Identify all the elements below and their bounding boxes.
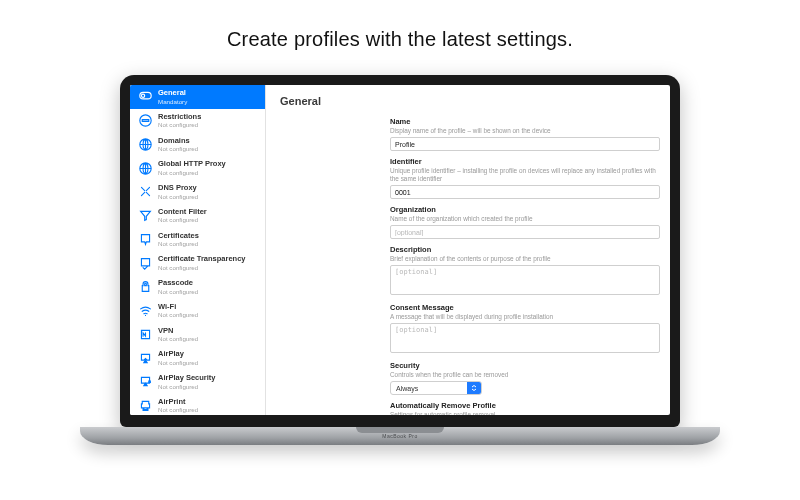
sidebar-item-sub: Not configured xyxy=(158,406,198,413)
vpn-icon xyxy=(138,327,152,341)
main-pane: General Name Display name of the profile… xyxy=(266,85,670,415)
name-input[interactable] xyxy=(390,137,660,151)
sidebar-item-label: AirPlay Security xyxy=(158,374,216,383)
sidebar-item-vpn[interactable]: VPNNot configured xyxy=(130,323,265,347)
sidebar-item-passcode[interactable]: PasscodeNot configured xyxy=(130,275,265,299)
sidebar: GeneralMandatoryRestrictionsNot configur… xyxy=(130,85,266,415)
laptop-mockup: GeneralMandatoryRestrictionsNot configur… xyxy=(120,75,680,445)
wrench-cross-icon xyxy=(138,185,152,199)
sidebar-item-sub: Not configured xyxy=(158,335,198,342)
sidebar-item-sub: Not configured xyxy=(158,216,207,223)
organization-help: Name of the organization which created t… xyxy=(390,215,660,223)
sidebar-item-certificate-transparency[interactable]: Certificate TransparencyNot configured xyxy=(130,251,265,275)
sidebar-item-sub: Not configured xyxy=(158,264,246,271)
sidebar-item-sub: Not configured xyxy=(158,169,226,176)
filter-icon xyxy=(138,209,152,223)
laptop-label: MacBook Pro xyxy=(382,433,418,439)
sidebar-item-label: Restrictions xyxy=(158,113,201,122)
sidebar-item-label: Passcode xyxy=(158,279,198,288)
hero-headline: Create profiles with the latest settings… xyxy=(0,0,800,75)
sidebar-item-sub: Not configured xyxy=(158,240,199,247)
sidebar-item-label: DNS Proxy xyxy=(158,184,198,193)
wifi-icon xyxy=(138,304,152,318)
sidebar-item-sub: Not configured xyxy=(158,193,198,200)
autoremove-label: Automatically Remove Profile xyxy=(390,401,660,410)
name-help: Display name of the profile – will be sh… xyxy=(390,127,660,135)
sidebar-item-global-http-proxy[interactable]: Global HTTP ProxyNot configured xyxy=(130,156,265,180)
sidebar-item-label: AirPlay xyxy=(158,350,198,359)
security-value: Always xyxy=(391,382,467,395)
identifier-help: Unique profile identifier – installing t… xyxy=(390,167,660,183)
sidebar-item-label: Certificate Transparency xyxy=(158,255,246,264)
globe-icon xyxy=(138,161,152,175)
sidebar-item-label: AirPrint xyxy=(158,398,198,407)
description-label: Description xyxy=(390,245,660,254)
sidebar-item-airprint[interactable]: AirPrintNot configured xyxy=(130,394,265,415)
sidebar-item-sub: Not configured xyxy=(158,359,198,366)
sidebar-item-airplay[interactable]: AirPlayNot configured xyxy=(130,346,265,370)
airplay-lock-icon xyxy=(138,375,152,389)
app-window: GeneralMandatoryRestrictionsNot configur… xyxy=(130,85,670,415)
sidebar-item-airplay-security[interactable]: AirPlay SecurityNot configured xyxy=(130,370,265,394)
sidebar-item-general[interactable]: GeneralMandatory xyxy=(130,85,265,109)
description-help: Brief explanation of the contents or pur… xyxy=(390,255,660,263)
sidebar-item-label: Certificates xyxy=(158,232,199,241)
consent-help: A message that will be displayed during … xyxy=(390,313,660,321)
sidebar-item-domains[interactable]: DomainsNot configured xyxy=(130,133,265,157)
sidebar-item-label: Wi-Fi xyxy=(158,303,198,312)
sidebar-item-label: VPN xyxy=(158,327,198,336)
screen-bezel: GeneralMandatoryRestrictionsNot configur… xyxy=(120,75,680,427)
certificate-icon xyxy=(138,232,152,246)
laptop-base: MacBook Pro xyxy=(80,427,720,445)
toggle-icon xyxy=(138,90,152,104)
sidebar-item-certificates[interactable]: CertificatesNot configured xyxy=(130,228,265,252)
sidebar-item-restrictions[interactable]: RestrictionsNot configured xyxy=(130,109,265,133)
airplay-icon xyxy=(138,351,152,365)
autoremove-help: Settings for automatic profile removal xyxy=(390,411,660,415)
organization-label: Organization xyxy=(390,205,660,214)
sidebar-item-label: Global HTTP Proxy xyxy=(158,160,226,169)
printer-icon xyxy=(138,399,152,413)
main-title: General xyxy=(280,95,656,107)
organization-input[interactable] xyxy=(390,225,660,239)
consent-input[interactable] xyxy=(390,323,660,353)
sidebar-item-label: Content Filter xyxy=(158,208,207,217)
chevron-updown-icon xyxy=(467,382,481,394)
globe-icon xyxy=(138,137,152,151)
general-form: Name Display name of the profile – will … xyxy=(390,117,660,415)
cert-check-icon xyxy=(138,256,152,270)
consent-label: Consent Message xyxy=(390,303,660,312)
sidebar-item-content-filter[interactable]: Content FilterNot configured xyxy=(130,204,265,228)
sidebar-item-dns-proxy[interactable]: DNS ProxyNot configured xyxy=(130,180,265,204)
name-label: Name xyxy=(390,117,660,126)
sidebar-item-label: Domains xyxy=(158,137,198,146)
sidebar-item-sub: Mandatory xyxy=(158,98,187,105)
sidebar-item-sub: Not configured xyxy=(158,311,198,318)
sidebar-item-sub: Not configured xyxy=(158,288,198,295)
description-input[interactable] xyxy=(390,265,660,295)
identifier-input[interactable] xyxy=(390,185,660,199)
identifier-label: Identifier xyxy=(390,157,660,166)
sidebar-item-sub: Not configured xyxy=(158,145,198,152)
sidebar-item-sub: Not configured xyxy=(158,383,216,390)
sidebar-item-label: General xyxy=(158,89,187,98)
lock-icon xyxy=(138,280,152,294)
security-select[interactable]: Always xyxy=(390,381,482,395)
security-label: Security xyxy=(390,361,660,370)
sidebar-item-sub: Not configured xyxy=(158,121,201,128)
no-entry-icon xyxy=(138,114,152,128)
security-help: Controls when the profile can be removed xyxy=(390,371,660,379)
sidebar-item-wi-fi[interactable]: Wi-FiNot configured xyxy=(130,299,265,323)
